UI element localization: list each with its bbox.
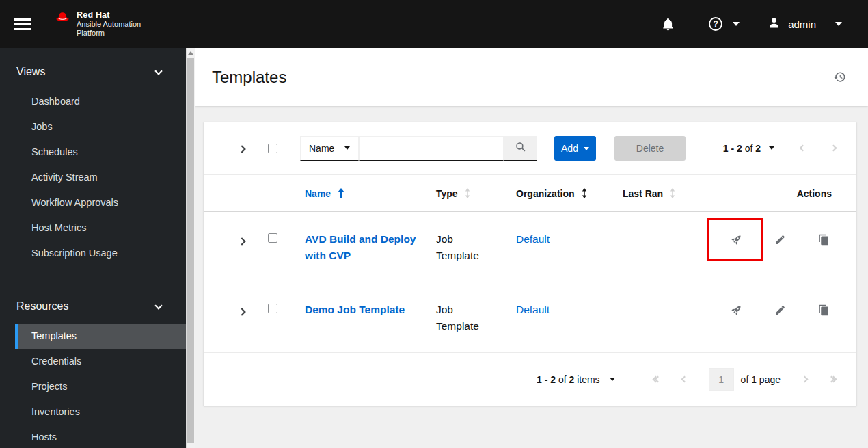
- user-caret-down-icon[interactable]: [835, 22, 842, 26]
- scrollbar-up-arrow-icon[interactable]: [188, 51, 193, 55]
- select-caret-down-icon: [344, 146, 350, 150]
- prev-page-chevron-icon[interactable]: [800, 146, 805, 150]
- redhat-fedora-icon: [53, 10, 72, 27]
- launch-rocket-icon[interactable]: [728, 302, 744, 318]
- column-header-organization[interactable]: Organization: [516, 188, 623, 199]
- sidebar-item-projects[interactable]: Projects: [15, 374, 186, 399]
- nav-group-views[interactable]: Views: [0, 59, 186, 85]
- prev-page-chevron-icon[interactable]: [682, 377, 687, 382]
- scrollbar-thumb[interactable]: [187, 58, 194, 443]
- sort-both-arrow-icon: [465, 188, 470, 198]
- sidebar-item-host-metrics[interactable]: Host Metrics: [15, 215, 186, 241]
- page-header: Templates: [195, 48, 868, 106]
- last-page-chevron-icon[interactable]: [829, 377, 836, 382]
- per-page-caret-icon[interactable]: [610, 378, 615, 381]
- table-header-row: Name Type Organization Last Ran: [204, 174, 856, 212]
- next-page-chevron-icon[interactable]: [802, 377, 807, 382]
- user-person-icon: [767, 16, 781, 33]
- organization-cell: Default: [516, 302, 623, 318]
- search-submit-button[interactable]: [504, 136, 537, 161]
- row-expand-chevron-icon[interactable]: [235, 305, 268, 317]
- templates-list-card: Name Add Delete 1 - 2 of 2: [204, 122, 856, 406]
- sidebar-item-inventories[interactable]: Inventories: [15, 399, 186, 425]
- history-icon[interactable]: [833, 70, 846, 83]
- organization-link[interactable]: Default: [516, 304, 550, 315]
- expand-all-chevron-icon[interactable]: [235, 142, 268, 155]
- sidebar-item-hosts[interactable]: Hosts: [15, 425, 186, 448]
- help-question-icon[interactable]: ?: [709, 17, 722, 31]
- sidebar-nav: Views Dashboard Jobs Schedules Activity …: [0, 48, 186, 448]
- delete-button[interactable]: Delete: [614, 136, 686, 161]
- search-key-selected-label: Name: [309, 143, 334, 154]
- template-name-link[interactable]: AVD Build and Deploy with CVP: [305, 231, 418, 264]
- nav-toggle-hamburger-icon[interactable]: [14, 12, 31, 37]
- sidebar-item-jobs[interactable]: Jobs: [15, 114, 186, 140]
- add-button[interactable]: Add: [554, 136, 596, 161]
- organization-link[interactable]: Default: [516, 233, 550, 245]
- page-count-label: of 1 page: [741, 374, 781, 385]
- username-label: admin: [788, 18, 816, 30]
- sidebar-scrollbar[interactable]: [186, 48, 195, 448]
- copy-icon[interactable]: [815, 231, 832, 248]
- sidebar-item-activity-stream[interactable]: Activity Stream: [15, 165, 186, 190]
- masthead: Red Hat Ansible Automation Platform ? ad…: [0, 0, 868, 48]
- sort-ascending-arrow-icon: [338, 188, 344, 198]
- search-key-select[interactable]: Name: [300, 136, 359, 161]
- edit-pencil-icon[interactable]: [772, 302, 788, 318]
- current-page-input[interactable]: [709, 368, 734, 391]
- column-header-actions: Actions: [718, 188, 856, 199]
- nav-group-views-label: Views: [16, 66, 45, 78]
- list-toolbar: Name Add Delete 1 - 2 of 2: [204, 122, 856, 174]
- template-type-cell: Job Template: [436, 231, 495, 264]
- sidebar-item-credentials[interactable]: Credentials: [15, 349, 186, 374]
- organization-cell: Default: [516, 231, 623, 248]
- column-header-type[interactable]: Type: [436, 188, 516, 199]
- help-caret-down-icon[interactable]: [733, 22, 740, 26]
- help-menu[interactable]: ?: [709, 17, 740, 31]
- table-row: AVD Build and Deploy with CVP Job Templa…: [204, 212, 856, 282]
- add-caret-down-icon: [584, 147, 589, 150]
- nav-group-resources[interactable]: Resources: [0, 293, 186, 319]
- chevron-down-icon: [154, 302, 162, 309]
- main-content: Templates Name: [195, 48, 868, 448]
- page-title: Templates: [212, 68, 286, 87]
- sidebar-item-templates[interactable]: Templates: [15, 324, 186, 349]
- chevron-down-icon: [154, 67, 162, 75]
- pagination-top-text: 1 - 2 of 2: [723, 143, 761, 154]
- copy-icon[interactable]: [815, 302, 832, 318]
- template-name-link[interactable]: Demo Job Template: [305, 302, 418, 318]
- column-header-name[interactable]: Name: [305, 188, 436, 199]
- next-page-chevron-icon[interactable]: [831, 146, 836, 150]
- select-all-checkbox[interactable]: [268, 144, 277, 153]
- sort-both-arrow-icon: [670, 188, 675, 198]
- row-expand-chevron-icon[interactable]: [235, 235, 268, 247]
- sidebar-item-dashboard[interactable]: Dashboard: [15, 89, 186, 114]
- launch-rocket-icon[interactable]: [728, 231, 744, 248]
- user-menu[interactable]: admin: [767, 16, 842, 33]
- first-page-chevron-icon[interactable]: [653, 377, 660, 382]
- sidebar-item-subscription-usage[interactable]: Subscription Usage: [15, 241, 186, 266]
- row-actions: [718, 302, 856, 318]
- row-select-checkbox[interactable]: [268, 304, 277, 313]
- brand-title: Red Hat: [77, 10, 141, 21]
- add-button-label: Add: [561, 143, 578, 154]
- sidebar-item-workflow-approvals[interactable]: Workflow Approvals: [15, 190, 186, 215]
- table-row: Demo Job Template Job Template Default: [204, 282, 856, 353]
- edit-pencil-icon[interactable]: [772, 231, 788, 248]
- pagination-bottom: 1 - 2 of 2 items of 1 page: [204, 353, 856, 406]
- per-page-caret-icon[interactable]: [769, 146, 774, 150]
- row-select-checkbox[interactable]: [268, 233, 277, 243]
- search-input[interactable]: [359, 136, 504, 161]
- template-name-cell: AVD Build and Deploy with CVP: [305, 231, 436, 264]
- pagination-bottom-text: 1 - 2 of 2 items: [537, 374, 600, 385]
- template-name-cell: Demo Job Template: [305, 302, 436, 318]
- nav-group-resources-label: Resources: [16, 300, 68, 313]
- brand-subtitle-1: Ansible Automation: [77, 20, 141, 29]
- brand-subtitle-2: Platform: [77, 29, 141, 38]
- notifications-bell-icon[interactable]: [661, 17, 675, 31]
- column-header-last-ran[interactable]: Last Ran: [623, 188, 718, 199]
- row-actions: [718, 231, 856, 248]
- pagination-top: 1 - 2 of 2: [723, 143, 836, 154]
- sidebar-item-schedules[interactable]: Schedules: [15, 140, 186, 165]
- sort-both-arrow-icon: [582, 188, 587, 198]
